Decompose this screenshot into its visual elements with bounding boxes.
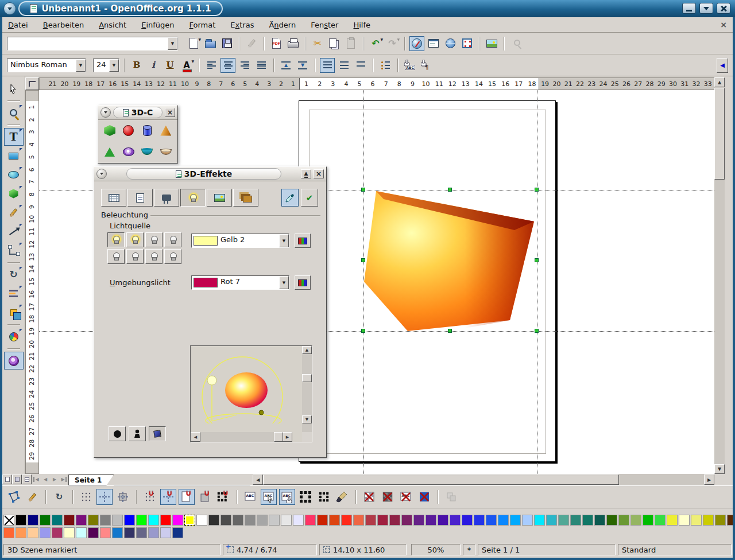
color-swatch[interactable] — [715, 515, 726, 526]
color-swatch[interactable] — [148, 527, 159, 538]
textures-tab-button[interactable] — [207, 189, 232, 207]
shell-3d-button[interactable] — [138, 143, 156, 161]
color-swatch[interactable] — [220, 515, 231, 526]
text-tool[interactable]: T — [4, 128, 24, 146]
vertical-ruler[interactable]: 1234567891011121314151617181920212223242… — [25, 90, 39, 474]
color-swatch[interactable] — [305, 515, 316, 526]
layer-mode-button[interactable] — [22, 475, 32, 484]
color-swatch[interactable] — [88, 527, 99, 538]
color-swatch[interactable] — [691, 515, 702, 526]
show-grid-button[interactable] — [78, 489, 94, 505]
color-swatch[interactable] — [172, 527, 183, 538]
vertical-scroll-thumb[interactable] — [714, 88, 725, 180]
color-swatch[interactable] — [570, 515, 581, 526]
stylist-button[interactable] — [426, 36, 441, 51]
color-swatch[interactable] — [450, 515, 461, 526]
illumination-tab-button[interactable] — [180, 189, 206, 207]
color-swatch[interactable] — [64, 515, 75, 526]
color-swatch[interactable] — [474, 515, 485, 526]
color-swatch[interactable] — [52, 527, 63, 538]
color-swatch[interactable] — [16, 527, 26, 538]
last-page-button[interactable]: ▶ — [59, 475, 68, 484]
light-source-button[interactable] — [145, 232, 163, 247]
light-source-button[interactable] — [126, 249, 144, 264]
3d-objects-close-button[interactable]: × — [165, 108, 175, 117]
horizontal-ruler[interactable]: 212019181716151413121110987654321 123456… — [39, 77, 714, 90]
color-swatch[interactable] — [148, 515, 159, 526]
url-input[interactable] — [7, 37, 168, 50]
close-button[interactable] — [717, 3, 730, 14]
color-swatch[interactable] — [76, 527, 87, 538]
italic-button[interactable]: i — [146, 58, 161, 73]
cut-button[interactable]: ✂ — [310, 36, 325, 51]
color-swatch[interactable] — [582, 515, 593, 526]
line-spacing-15-button[interactable] — [336, 58, 351, 73]
character-dialog-button[interactable]: ABC — [403, 58, 417, 73]
pyramid-3d-button[interactable] — [101, 143, 118, 161]
preview-viewport[interactable] — [191, 346, 292, 423]
color-swatch[interactable] — [425, 515, 436, 526]
align-left-button[interactable] — [204, 58, 219, 73]
rotation-mode-button[interactable]: ↻ — [51, 489, 67, 505]
color-swatch[interactable] — [377, 515, 388, 526]
selection-handle[interactable] — [448, 329, 452, 333]
picture-placeholder-button[interactable] — [361, 489, 377, 505]
menu-item[interactable]: Fenster — [311, 21, 338, 29]
text-placeholder-button[interactable] — [398, 489, 414, 505]
ruler-origin-button[interactable] — [25, 77, 39, 90]
color-swatch[interactable] — [28, 527, 38, 538]
color-swatch[interactable] — [462, 515, 473, 526]
large-handles-button[interactable] — [316, 489, 332, 505]
light-source-button[interactable] — [164, 249, 181, 264]
preview-scroll-down[interactable]: ▼ — [302, 415, 312, 423]
font-size-dropdown[interactable]: ▼ — [109, 59, 119, 72]
color-swatch[interactable] — [208, 515, 219, 526]
horizontal-scrollbar[interactable]: ◀ ▶ — [253, 474, 714, 485]
horizontal-scroll-thumb[interactable] — [263, 475, 619, 485]
justify-button[interactable] — [254, 58, 269, 73]
color-swatch[interactable] — [136, 515, 147, 526]
light-target-dot[interactable] — [259, 410, 264, 415]
color-swatch[interactable] — [594, 515, 605, 526]
sphere-3d-button[interactable] — [120, 122, 137, 140]
color-swatch[interactable] — [341, 515, 352, 526]
copy-button[interactable] — [327, 36, 342, 51]
ambient-color-picker-button[interactable] — [295, 275, 311, 290]
color-swatch[interactable] — [124, 515, 135, 526]
window-menu-button[interactable] — [3, 2, 16, 15]
menu-item[interactable]: Bearbeiten — [43, 21, 84, 29]
color-swatch[interactable] — [486, 515, 497, 526]
color-swatch[interactable] — [655, 515, 666, 526]
color-swatch[interactable] — [413, 515, 424, 526]
color-swatch[interactable] — [630, 515, 641, 526]
color-swatch[interactable] — [112, 515, 123, 526]
menu-item[interactable]: Extras — [230, 21, 254, 29]
ellipse-tool[interactable] — [4, 166, 24, 184]
light-position-handle[interactable] — [207, 376, 216, 385]
underline-button[interactable]: U — [163, 58, 177, 73]
geometry-tab-button[interactable] — [127, 189, 153, 207]
color-swatch[interactable] — [643, 515, 653, 526]
gallery-button[interactable] — [484, 36, 499, 51]
effects-tool[interactable] — [4, 352, 24, 370]
show-guides-button[interactable] — [96, 489, 113, 505]
preview-sphere-mode-button[interactable] — [109, 426, 126, 441]
paragraph-dialog-button[interactable]: ¶ — [419, 58, 434, 73]
preview-hscroll-thumb[interactable] — [274, 432, 283, 442]
font-size-combobox[interactable]: 24 ▼ — [93, 59, 119, 72]
selection-handle[interactable] — [535, 188, 539, 192]
connector-tool[interactable] — [4, 242, 24, 259]
hyperlink-dialog-button[interactable] — [443, 36, 458, 51]
cylinder-3d-button[interactable] — [138, 122, 156, 140]
selection-handle[interactable] — [361, 329, 365, 333]
3d-objects-titlebar[interactable]: 3D-C × — [98, 106, 177, 120]
color-swatch[interactable] — [52, 515, 63, 526]
color-swatch[interactable] — [606, 515, 617, 526]
select-tool[interactable] — [4, 80, 24, 98]
color-swatch[interactable] — [679, 515, 690, 526]
preview-lamp-mode-button[interactable] — [129, 426, 146, 441]
preview-scroll-left[interactable]: ◀ — [191, 432, 200, 442]
color-swatch[interactable] — [124, 527, 135, 538]
3d-objects-window[interactable]: 3D-C × — [98, 105, 178, 164]
3d-effects-titlebar[interactable]: 3D-Effekte ▲ × — [94, 167, 326, 181]
